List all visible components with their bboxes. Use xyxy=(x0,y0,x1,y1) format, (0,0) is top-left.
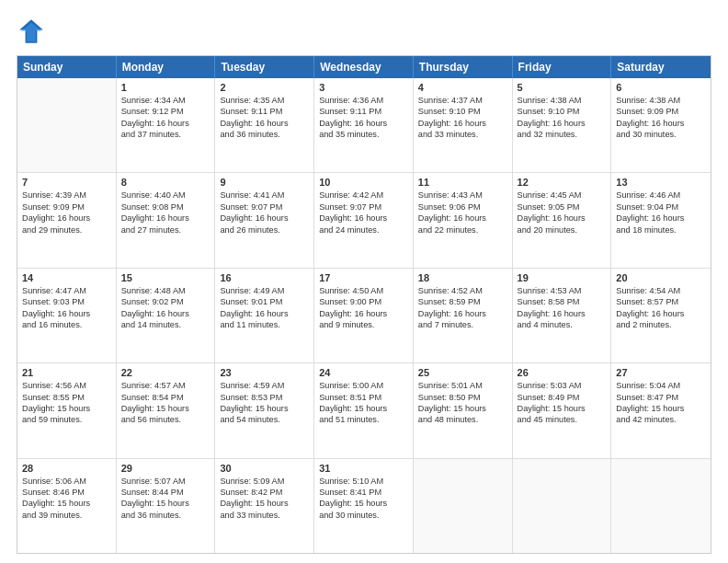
cell-text: Sunrise: 4:38 AMSunset: 9:09 PMDaylight:… xyxy=(616,95,706,141)
day-number: 23 xyxy=(220,367,309,378)
calendar-cell: 24Sunrise: 5:00 AMSunset: 8:51 PMDayligh… xyxy=(314,363,414,457)
cell-text: Sunrise: 4:57 AMSunset: 8:54 PMDaylight:… xyxy=(121,380,210,426)
calendar-cell: 14Sunrise: 4:47 AMSunset: 9:03 PMDayligh… xyxy=(17,269,117,362)
calendar-header-cell: Friday xyxy=(513,56,612,78)
calendar-cell: 20Sunrise: 4:54 AMSunset: 8:57 PMDayligh… xyxy=(611,269,711,362)
calendar-cell: 27Sunrise: 5:04 AMSunset: 8:47 PMDayligh… xyxy=(611,363,711,457)
calendar-cell: 8Sunrise: 4:40 AMSunset: 9:08 PMDaylight… xyxy=(117,173,216,267)
calendar-header-cell: Thursday xyxy=(414,56,513,78)
cell-text: Sunrise: 4:36 AMSunset: 9:11 PMDaylight:… xyxy=(319,95,408,141)
calendar-cell: 4Sunrise: 4:37 AMSunset: 9:10 PMDaylight… xyxy=(414,78,513,172)
calendar-cell: 23Sunrise: 4:59 AMSunset: 8:53 PMDayligh… xyxy=(215,363,314,457)
calendar-cell: 29Sunrise: 5:07 AMSunset: 8:44 PMDayligh… xyxy=(117,459,216,553)
cell-text: Sunrise: 4:54 AMSunset: 8:57 PMDaylight:… xyxy=(616,285,706,331)
day-number: 21 xyxy=(22,367,111,378)
calendar-cell: 10Sunrise: 4:42 AMSunset: 9:07 PMDayligh… xyxy=(314,173,414,267)
day-number: 26 xyxy=(518,367,607,378)
day-number: 16 xyxy=(220,272,309,283)
cell-text: Sunrise: 5:00 AMSunset: 8:51 PMDaylight:… xyxy=(319,380,408,426)
calendar-cell: 17Sunrise: 4:50 AMSunset: 9:00 PMDayligh… xyxy=(314,269,414,362)
calendar-cell: 18Sunrise: 4:52 AMSunset: 8:59 PMDayligh… xyxy=(414,269,513,362)
calendar-header-cell: Saturday xyxy=(611,56,711,78)
day-number: 2 xyxy=(220,82,309,93)
calendar-row: 7Sunrise: 4:39 AMSunset: 9:09 PMDaylight… xyxy=(17,173,711,268)
day-number: 3 xyxy=(319,82,408,93)
day-number: 31 xyxy=(319,463,408,474)
calendar-cell: 15Sunrise: 4:48 AMSunset: 9:02 PMDayligh… xyxy=(117,269,216,362)
header xyxy=(17,17,711,46)
logo xyxy=(17,17,50,46)
day-number: 29 xyxy=(121,463,210,474)
day-number: 8 xyxy=(121,177,210,188)
cell-text: Sunrise: 4:46 AMSunset: 9:04 PMDaylight:… xyxy=(616,190,706,236)
calendar-row: 28Sunrise: 5:06 AMSunset: 8:46 PMDayligh… xyxy=(17,459,711,553)
day-number: 5 xyxy=(518,82,607,93)
day-number: 1 xyxy=(121,82,210,93)
cell-text: Sunrise: 4:41 AMSunset: 9:07 PMDaylight:… xyxy=(220,190,309,236)
day-number: 7 xyxy=(22,177,111,188)
cell-text: Sunrise: 4:40 AMSunset: 9:08 PMDaylight:… xyxy=(121,190,210,236)
day-number: 28 xyxy=(22,463,111,474)
day-number: 11 xyxy=(418,177,507,188)
calendar-cell: 6Sunrise: 4:38 AMSunset: 9:09 PMDaylight… xyxy=(611,78,711,172)
logo-icon xyxy=(17,17,46,46)
page: SundayMondayTuesdayWednesdayThursdayFrid… xyxy=(0,0,728,563)
cell-text: Sunrise: 4:59 AMSunset: 8:53 PMDaylight:… xyxy=(220,380,309,426)
calendar-row: 1Sunrise: 4:34 AMSunset: 9:12 PMDaylight… xyxy=(17,78,711,173)
calendar-cell: 1Sunrise: 4:34 AMSunset: 9:12 PMDaylight… xyxy=(117,78,216,172)
calendar-row: 14Sunrise: 4:47 AMSunset: 9:03 PMDayligh… xyxy=(17,269,711,363)
cell-text: Sunrise: 5:10 AMSunset: 8:41 PMDaylight:… xyxy=(319,476,408,522)
cell-text: Sunrise: 5:07 AMSunset: 8:44 PMDaylight:… xyxy=(121,476,210,522)
calendar-row: 21Sunrise: 4:56 AMSunset: 8:55 PMDayligh… xyxy=(17,363,711,458)
calendar-cell xyxy=(17,78,117,172)
day-number: 14 xyxy=(22,272,111,283)
day-number: 10 xyxy=(319,177,408,188)
cell-text: Sunrise: 4:37 AMSunset: 9:10 PMDaylight:… xyxy=(418,95,507,141)
day-number: 4 xyxy=(418,82,507,93)
day-number: 17 xyxy=(319,272,408,283)
calendar-cell: 9Sunrise: 4:41 AMSunset: 9:07 PMDaylight… xyxy=(215,173,314,267)
day-number: 20 xyxy=(616,272,706,283)
day-number: 18 xyxy=(418,272,507,283)
calendar-cell: 5Sunrise: 4:38 AMSunset: 9:10 PMDaylight… xyxy=(513,78,612,172)
day-number: 30 xyxy=(220,463,309,474)
day-number: 12 xyxy=(518,177,607,188)
calendar-cell: 16Sunrise: 4:49 AMSunset: 9:01 PMDayligh… xyxy=(215,269,314,362)
calendar: SundayMondayTuesdayWednesdayThursdayFrid… xyxy=(17,55,711,554)
cell-text: Sunrise: 4:34 AMSunset: 9:12 PMDaylight:… xyxy=(121,95,210,141)
calendar-cell xyxy=(513,459,612,553)
calendar-cell: 22Sunrise: 4:57 AMSunset: 8:54 PMDayligh… xyxy=(117,363,216,457)
cell-text: Sunrise: 4:53 AMSunset: 8:58 PMDaylight:… xyxy=(518,285,607,331)
calendar-cell: 11Sunrise: 4:43 AMSunset: 9:06 PMDayligh… xyxy=(414,173,513,267)
calendar-cell: 28Sunrise: 5:06 AMSunset: 8:46 PMDayligh… xyxy=(17,459,117,553)
cell-text: Sunrise: 5:03 AMSunset: 8:49 PMDaylight:… xyxy=(518,380,607,426)
calendar-cell: 12Sunrise: 4:45 AMSunset: 9:05 PMDayligh… xyxy=(513,173,612,267)
calendar-cell: 19Sunrise: 4:53 AMSunset: 8:58 PMDayligh… xyxy=(513,269,612,362)
cell-text: Sunrise: 5:01 AMSunset: 8:50 PMDaylight:… xyxy=(418,380,507,426)
calendar-body: 1Sunrise: 4:34 AMSunset: 9:12 PMDaylight… xyxy=(17,78,711,553)
day-number: 9 xyxy=(220,177,309,188)
calendar-cell: 13Sunrise: 4:46 AMSunset: 9:04 PMDayligh… xyxy=(611,173,711,267)
calendar-cell: 2Sunrise: 4:35 AMSunset: 9:11 PMDaylight… xyxy=(215,78,314,172)
day-number: 24 xyxy=(319,367,408,378)
cell-text: Sunrise: 4:50 AMSunset: 9:00 PMDaylight:… xyxy=(319,285,408,331)
cell-text: Sunrise: 4:42 AMSunset: 9:07 PMDaylight:… xyxy=(319,190,408,236)
day-number: 19 xyxy=(518,272,607,283)
day-number: 22 xyxy=(121,367,210,378)
cell-text: Sunrise: 4:49 AMSunset: 9:01 PMDaylight:… xyxy=(220,285,309,331)
cell-text: Sunrise: 5:06 AMSunset: 8:46 PMDaylight:… xyxy=(22,476,111,522)
day-number: 6 xyxy=(616,82,706,93)
cell-text: Sunrise: 4:45 AMSunset: 9:05 PMDaylight:… xyxy=(518,190,607,236)
calendar-cell: 25Sunrise: 5:01 AMSunset: 8:50 PMDayligh… xyxy=(414,363,513,457)
calendar-cell: 31Sunrise: 5:10 AMSunset: 8:41 PMDayligh… xyxy=(314,459,414,553)
day-number: 27 xyxy=(616,367,706,378)
calendar-cell: 21Sunrise: 4:56 AMSunset: 8:55 PMDayligh… xyxy=(17,363,117,457)
calendar-cell xyxy=(414,459,513,553)
day-number: 13 xyxy=(616,177,706,188)
cell-text: Sunrise: 4:48 AMSunset: 9:02 PMDaylight:… xyxy=(121,285,210,331)
cell-text: Sunrise: 4:52 AMSunset: 8:59 PMDaylight:… xyxy=(418,285,507,331)
cell-text: Sunrise: 5:04 AMSunset: 8:47 PMDaylight:… xyxy=(616,380,706,426)
day-number: 15 xyxy=(121,272,210,283)
cell-text: Sunrise: 4:43 AMSunset: 9:06 PMDaylight:… xyxy=(418,190,507,236)
cell-text: Sunrise: 4:47 AMSunset: 9:03 PMDaylight:… xyxy=(22,285,111,331)
